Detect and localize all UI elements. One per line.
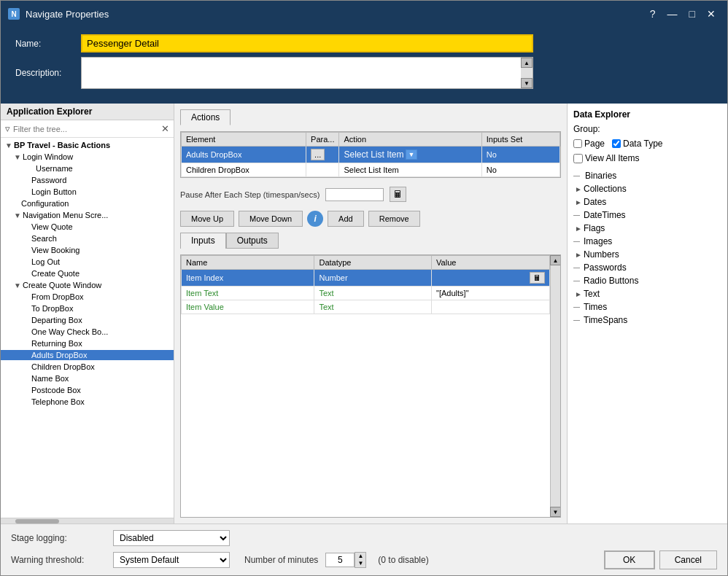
data-tree-item-collections[interactable]: ► Collections xyxy=(573,182,721,195)
data-tree-item-dates[interactable]: ► Dates xyxy=(573,195,721,209)
para-button-1[interactable]: ... xyxy=(311,149,325,160)
help-button[interactable]: ? xyxy=(646,5,660,23)
tree-item-returning-box: Returning Box xyxy=(1,338,174,349)
close-button[interactable]: ✕ xyxy=(702,5,720,23)
table-row[interactable]: Item Text Text "[Adults]" xyxy=(182,287,550,300)
pause-calc-button[interactable]: 🖩 xyxy=(390,187,406,202)
info-icon[interactable]: i xyxy=(307,211,323,227)
tab-outputs[interactable]: Outputs xyxy=(226,233,279,249)
tree-row-from-dropdown[interactable]: From DropBox xyxy=(1,292,174,302)
tree-row-create-quote[interactable]: Create Quote xyxy=(1,268,174,279)
value-calc-button-1[interactable]: 🖩 xyxy=(530,272,545,284)
data-tree-item-binaries[interactable]: — Binaries xyxy=(573,169,721,182)
tree-row-departing-box[interactable]: Departing Box xyxy=(1,315,174,325)
move-up-button[interactable]: Move Up xyxy=(180,211,234,227)
tree-row-one-way[interactable]: One Way Check Bo... xyxy=(1,327,174,337)
data-tree-item-text[interactable]: ► Text xyxy=(573,287,721,300)
tree-label-nav-menu: Navigation Menu Scre... xyxy=(23,211,108,219)
tree-toggle-cqw[interactable]: ▼ xyxy=(12,281,23,289)
input-name-3: Item Value xyxy=(182,300,314,314)
tree-row-username[interactable]: Username xyxy=(1,163,174,174)
text-toggle[interactable]: ► xyxy=(573,290,584,298)
data-tree-item-flags[interactable]: ► Flags xyxy=(573,222,721,235)
tree-row-view-booking[interactable]: View Booking xyxy=(1,245,174,255)
tree-label-from-dropdown: From DropBox xyxy=(31,292,84,301)
tree-row-log-out[interactable]: Log Out xyxy=(1,257,174,267)
tree-row-password[interactable]: Password xyxy=(1,175,174,185)
minutes-spin-down[interactable]: ▼ xyxy=(355,560,365,567)
stage-logging-select[interactable]: Disabled Enabled xyxy=(113,530,230,546)
tree-row-to-dropdown[interactable]: To DropBox xyxy=(1,303,174,314)
filter-input[interactable] xyxy=(13,125,158,133)
flags-toggle[interactable]: ► xyxy=(573,225,584,233)
tree-row-postcode-box[interactable]: Postcode Box xyxy=(1,385,174,395)
move-down-button[interactable]: Move Down xyxy=(239,211,303,227)
scroll-down-arrow[interactable]: ▼ xyxy=(521,78,533,88)
description-textarea[interactable] xyxy=(82,58,533,88)
data-type-checkbox-wrap[interactable]: Data Type xyxy=(612,139,662,149)
data-tree-item-numbers[interactable]: ► Numbers xyxy=(573,248,721,261)
inputs-scrollbar[interactable]: ▲ ▼ xyxy=(550,255,560,517)
minutes-spin-up[interactable]: ▲ xyxy=(355,553,365,560)
table-row[interactable]: Item Value Text xyxy=(182,300,550,314)
tree-item-log-out: Log Out xyxy=(1,256,174,268)
action-dropdown-arrow[interactable]: ▼ xyxy=(406,149,418,160)
scroll-up-arrow[interactable]: ▲ xyxy=(521,58,533,68)
tree-toggle-nav-menu[interactable]: ▼ xyxy=(12,211,23,219)
add-button[interactable]: Add xyxy=(328,211,364,227)
tree-row-telephone-box[interactable]: Telephone Box xyxy=(1,397,174,407)
cancel-button[interactable]: Cancel xyxy=(659,550,717,569)
ok-button[interactable]: OK xyxy=(604,550,655,569)
minutes-input[interactable] xyxy=(325,553,355,567)
data-tree-item-times[interactable]: — Times xyxy=(573,300,721,314)
page-checkbox-wrap[interactable]: Page xyxy=(573,139,605,149)
tree-row-create-quote-window[interactable]: ▼ Create Quote Window xyxy=(1,280,174,290)
data-tree-item-datetimes[interactable]: — DateTimes xyxy=(573,209,721,222)
clear-filter-button[interactable]: ✕ xyxy=(161,123,169,134)
maximize-button[interactable]: □ xyxy=(685,5,700,23)
data-tree-item-passwords[interactable]: — Passwords xyxy=(573,261,721,274)
table-row[interactable]: Item Index Number 🖩 xyxy=(182,270,550,287)
input-value-1: 🖩 xyxy=(432,270,550,287)
tree-row-name-box[interactable]: Name Box xyxy=(1,373,174,384)
minimize-button[interactable]: — xyxy=(663,5,682,23)
tree-row-adults-dropdown[interactable]: Adults DropBox xyxy=(1,350,174,360)
data-tree-item-radio-buttons[interactable]: — Radio Buttons xyxy=(573,274,721,287)
data-type-checkbox[interactable] xyxy=(612,139,621,148)
remove-button[interactable]: Remove xyxy=(368,211,420,227)
tree-row-configuration[interactable]: Configuration xyxy=(1,198,174,209)
tree-label-log-out: Log Out xyxy=(31,257,60,266)
tree-row-login-button[interactable]: Login Button xyxy=(1,187,174,197)
tree-row-search[interactable]: Search xyxy=(1,233,174,244)
pause-input[interactable] xyxy=(325,188,384,201)
collections-toggle[interactable]: ► xyxy=(573,185,584,193)
inputs-scroll-down[interactable]: ▼ xyxy=(550,507,562,517)
tree-row-nav-menu[interactable]: ▼ Navigation Menu Scre... xyxy=(1,210,174,220)
name-label: Name: xyxy=(15,39,81,49)
table-row[interactable]: Children DropBox Select List Item No xyxy=(182,163,560,177)
tree-row-bp-travel[interactable]: ▼ BP Travel - Basic Actions xyxy=(1,140,174,150)
window-icon: N xyxy=(8,8,20,20)
timespans-indent: — xyxy=(573,316,584,324)
warning-threshold-select[interactable]: System Default xyxy=(113,552,230,568)
flags-label: Flags xyxy=(584,223,605,233)
name-input[interactable] xyxy=(81,34,533,52)
dates-toggle[interactable]: ► xyxy=(573,198,584,206)
tree-row-children-dropdown[interactable]: Children DropBox xyxy=(1,362,174,372)
tab-actions[interactable]: Actions xyxy=(180,109,231,125)
data-tree-item-timespans[interactable]: — TimeSpans xyxy=(573,314,721,327)
tree-horizontal-scrollbar[interactable] xyxy=(1,518,174,524)
tree-row-returning-box[interactable]: Returning Box xyxy=(1,338,174,349)
tree-row-view-quote[interactable]: View Quote xyxy=(1,222,174,232)
data-tree-item-images[interactable]: — Images xyxy=(573,235,721,248)
inputs-scroll-up[interactable]: ▲ xyxy=(550,255,562,265)
table-row[interactable]: Adults DropBox ... Select List Item ▼ No xyxy=(182,147,560,163)
numbers-toggle[interactable]: ► xyxy=(573,251,584,259)
tree-row-login-window[interactable]: ▼ Login Window xyxy=(1,152,174,162)
tab-inputs[interactable]: Inputs xyxy=(180,233,226,249)
tree-toggle-login-window[interactable]: ▼ xyxy=(12,153,23,161)
page-checkbox[interactable] xyxy=(573,139,582,148)
view-all-checkbox[interactable] xyxy=(573,154,583,163)
tree-toggle-bp-travel[interactable]: ▼ xyxy=(4,141,14,149)
bottom-bar: Stage logging: Disabled Enabled Warning … xyxy=(1,524,727,575)
